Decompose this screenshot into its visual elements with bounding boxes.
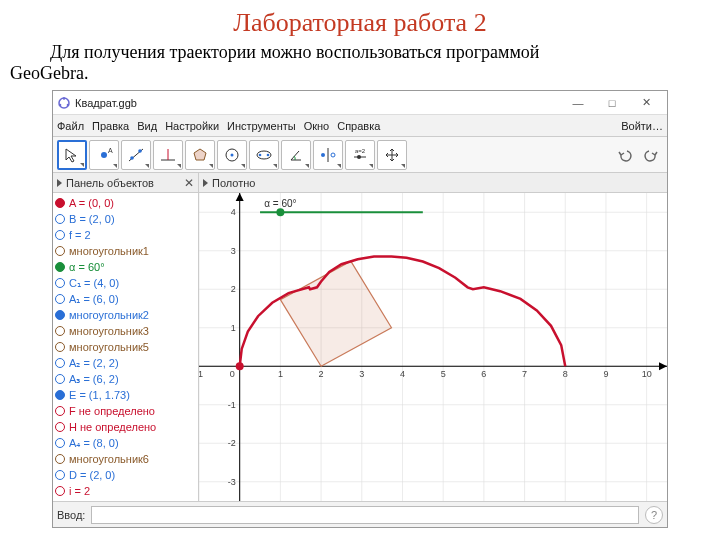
- svg-text:-2: -2: [228, 438, 236, 448]
- menu-view[interactable]: Вид: [137, 120, 157, 132]
- visibility-dot[interactable]: [55, 486, 65, 496]
- visibility-dot[interactable]: [55, 326, 65, 336]
- visibility-dot[interactable]: [55, 406, 65, 416]
- object-label: F не определено: [69, 405, 155, 417]
- svg-text:4: 4: [400, 369, 405, 379]
- tool-circle[interactable]: [217, 140, 247, 170]
- objects-panel-header[interactable]: Панель объектов ✕: [53, 173, 198, 193]
- object-item[interactable]: α = 60°: [55, 259, 196, 275]
- svg-text:A: A: [108, 147, 113, 154]
- tool-reflect[interactable]: [313, 140, 343, 170]
- object-item[interactable]: A₁ = (6, 0): [55, 291, 196, 307]
- minimize-button[interactable]: —: [561, 92, 595, 114]
- object-item[interactable]: многоугольник6: [55, 451, 196, 467]
- svg-text:2: 2: [319, 369, 324, 379]
- input-field[interactable]: [91, 506, 639, 524]
- visibility-dot[interactable]: [55, 278, 65, 288]
- close-panel-button[interactable]: ✕: [184, 176, 194, 190]
- tool-line[interactable]: [121, 140, 151, 170]
- input-label: Ввод:: [57, 509, 85, 521]
- menu-window[interactable]: Окно: [304, 120, 330, 132]
- object-label: A₂ = (2, 2): [69, 357, 119, 370]
- visibility-dot[interactable]: [55, 470, 65, 480]
- login-link[interactable]: Войти…: [621, 120, 663, 132]
- visibility-dot[interactable]: [55, 342, 65, 352]
- visibility-dot[interactable]: [55, 438, 65, 448]
- intro-line-1: Для получения траектории можно воспользо…: [50, 42, 539, 62]
- object-item[interactable]: F не определено: [55, 403, 196, 419]
- object-item[interactable]: многоугольник5: [55, 339, 196, 355]
- object-label: A₄ = (8, 0): [69, 437, 119, 450]
- object-label: D = (2, 0): [69, 469, 115, 481]
- tool-slider[interactable]: a=2: [345, 140, 375, 170]
- visibility-dot[interactable]: [55, 454, 65, 464]
- visibility-dot[interactable]: [55, 294, 65, 304]
- undo-button[interactable]: [613, 143, 637, 167]
- visibility-dot[interactable]: [55, 374, 65, 384]
- object-label: многоугольник6: [69, 453, 149, 465]
- visibility-dot[interactable]: [55, 422, 65, 432]
- page-title: Лабораторная работа 2: [0, 8, 720, 38]
- svg-text:-3: -3: [228, 477, 236, 487]
- objects-panel: Панель объектов ✕ A = (0, 0)B = (2, 0)f …: [53, 173, 199, 501]
- visibility-dot[interactable]: [55, 390, 65, 400]
- object-label: многоугольник2: [69, 309, 149, 321]
- visibility-dot[interactable]: [55, 358, 65, 368]
- intro-line-2: GeoGebra.: [0, 63, 88, 84]
- tool-angle[interactable]: [281, 140, 311, 170]
- svg-marker-11: [194, 149, 206, 160]
- tool-ellipse[interactable]: [249, 140, 279, 170]
- svg-point-67: [236, 362, 244, 370]
- redo-button[interactable]: [639, 143, 663, 167]
- object-item[interactable]: A₄ = (8, 0): [55, 435, 196, 451]
- object-item[interactable]: f = 2: [55, 227, 196, 243]
- menu-help[interactable]: Справка: [337, 120, 380, 132]
- object-label: A = (0, 0): [69, 197, 114, 209]
- object-item[interactable]: A = (0, 0): [55, 195, 196, 211]
- visibility-dot[interactable]: [55, 230, 65, 240]
- svg-text:a=2: a=2: [355, 148, 366, 154]
- object-item[interactable]: многоугольник1: [55, 243, 196, 259]
- object-item[interactable]: многоугольник2: [55, 307, 196, 323]
- svg-text:1: 1: [278, 369, 283, 379]
- menu-edit[interactable]: Правка: [92, 120, 129, 132]
- svg-text:-1: -1: [228, 400, 236, 410]
- visibility-dot[interactable]: [55, 310, 65, 320]
- tool-perpendicular[interactable]: [153, 140, 183, 170]
- tool-move-view[interactable]: [377, 140, 407, 170]
- help-button[interactable]: ?: [645, 506, 663, 524]
- workspace: Панель объектов ✕ A = (0, 0)B = (2, 0)f …: [53, 173, 667, 501]
- object-item[interactable]: C₁ = (4, 0): [55, 275, 196, 291]
- visibility-dot[interactable]: [55, 246, 65, 256]
- object-item[interactable]: B = (2, 0): [55, 211, 196, 227]
- collapse-icon: [203, 179, 208, 187]
- object-item[interactable]: H не определено: [55, 419, 196, 435]
- object-item[interactable]: A₃ = (6, 2): [55, 371, 196, 387]
- visibility-dot[interactable]: [55, 198, 65, 208]
- tool-polygon[interactable]: [185, 140, 215, 170]
- visibility-dot[interactable]: [55, 262, 65, 272]
- window-title: Квадрат.ggb: [75, 97, 137, 109]
- graphics-canvas[interactable]: -112345678910-3-2-112340α = 60°: [199, 193, 667, 501]
- svg-point-15: [259, 153, 262, 156]
- canvas-panel-header[interactable]: Полотно: [199, 173, 667, 193]
- object-item[interactable]: E = (1, 1.73): [55, 387, 196, 403]
- menu-tools[interactable]: Инструменты: [227, 120, 296, 132]
- object-item[interactable]: многоугольник3: [55, 323, 196, 339]
- object-item[interactable]: D = (2, 0): [55, 467, 196, 483]
- svg-point-13: [231, 153, 234, 156]
- tool-move[interactable]: [57, 140, 87, 170]
- menu-settings[interactable]: Настройки: [165, 120, 219, 132]
- object-label: E = (1, 1.73): [69, 389, 130, 401]
- tool-point[interactable]: A: [89, 140, 119, 170]
- object-item[interactable]: i = 2: [55, 483, 196, 499]
- app-icon: [57, 96, 71, 110]
- svg-point-16: [267, 153, 270, 156]
- object-label: H не определено: [69, 421, 156, 433]
- visibility-dot[interactable]: [55, 214, 65, 224]
- menu-file[interactable]: Файл: [57, 120, 84, 132]
- svg-text:10: 10: [642, 369, 652, 379]
- object-item[interactable]: A₂ = (2, 2): [55, 355, 196, 371]
- close-window-button[interactable]: ✕: [629, 92, 663, 114]
- maximize-button[interactable]: □: [595, 92, 629, 114]
